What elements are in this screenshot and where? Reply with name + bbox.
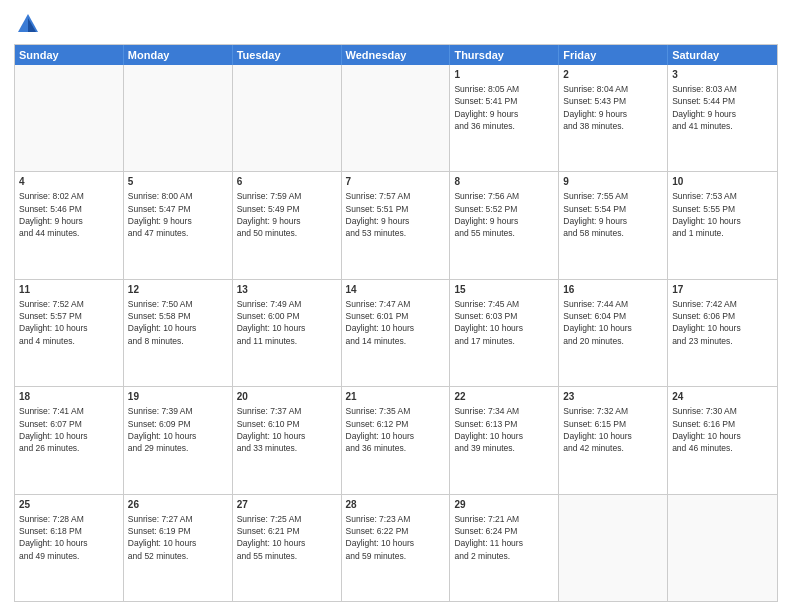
day-cell-17: 17Sunrise: 7:42 AM Sunset: 6:06 PM Dayli… (668, 280, 777, 386)
calendar-body: 1Sunrise: 8:05 AM Sunset: 5:41 PM Daylig… (15, 65, 777, 601)
calendar-header: SundayMondayTuesdayWednesdayThursdayFrid… (15, 45, 777, 65)
day-cell-1: 1Sunrise: 8:05 AM Sunset: 5:41 PM Daylig… (450, 65, 559, 171)
day-info: Sunrise: 7:42 AM Sunset: 6:06 PM Dayligh… (672, 298, 773, 347)
day-number: 22 (454, 390, 554, 404)
day-cell-12: 12Sunrise: 7:50 AM Sunset: 5:58 PM Dayli… (124, 280, 233, 386)
weekday-header-monday: Monday (124, 45, 233, 65)
day-info: Sunrise: 8:02 AM Sunset: 5:46 PM Dayligh… (19, 190, 119, 239)
day-info: Sunrise: 7:41 AM Sunset: 6:07 PM Dayligh… (19, 405, 119, 454)
calendar-row-4: 18Sunrise: 7:41 AM Sunset: 6:07 PM Dayli… (15, 386, 777, 493)
day-info: Sunrise: 7:44 AM Sunset: 6:04 PM Dayligh… (563, 298, 663, 347)
day-cell-3: 3Sunrise: 8:03 AM Sunset: 5:44 PM Daylig… (668, 65, 777, 171)
day-info: Sunrise: 8:03 AM Sunset: 5:44 PM Dayligh… (672, 83, 773, 132)
day-info: Sunrise: 7:34 AM Sunset: 6:13 PM Dayligh… (454, 405, 554, 454)
day-number: 10 (672, 175, 773, 189)
day-info: Sunrise: 7:49 AM Sunset: 6:00 PM Dayligh… (237, 298, 337, 347)
day-cell-20: 20Sunrise: 7:37 AM Sunset: 6:10 PM Dayli… (233, 387, 342, 493)
empty-cell-r0c1 (124, 65, 233, 171)
day-cell-24: 24Sunrise: 7:30 AM Sunset: 6:16 PM Dayli… (668, 387, 777, 493)
day-cell-9: 9Sunrise: 7:55 AM Sunset: 5:54 PM Daylig… (559, 172, 668, 278)
day-cell-25: 25Sunrise: 7:28 AM Sunset: 6:18 PM Dayli… (15, 495, 124, 601)
day-number: 1 (454, 68, 554, 82)
empty-cell-r4c5 (559, 495, 668, 601)
day-info: Sunrise: 7:59 AM Sunset: 5:49 PM Dayligh… (237, 190, 337, 239)
day-info: Sunrise: 7:39 AM Sunset: 6:09 PM Dayligh… (128, 405, 228, 454)
day-number: 4 (19, 175, 119, 189)
day-number: 26 (128, 498, 228, 512)
day-number: 11 (19, 283, 119, 297)
day-info: Sunrise: 7:50 AM Sunset: 5:58 PM Dayligh… (128, 298, 228, 347)
day-cell-6: 6Sunrise: 7:59 AM Sunset: 5:49 PM Daylig… (233, 172, 342, 278)
day-cell-21: 21Sunrise: 7:35 AM Sunset: 6:12 PM Dayli… (342, 387, 451, 493)
day-cell-14: 14Sunrise: 7:47 AM Sunset: 6:01 PM Dayli… (342, 280, 451, 386)
day-cell-18: 18Sunrise: 7:41 AM Sunset: 6:07 PM Dayli… (15, 387, 124, 493)
day-cell-13: 13Sunrise: 7:49 AM Sunset: 6:00 PM Dayli… (233, 280, 342, 386)
empty-cell-r4c6 (668, 495, 777, 601)
empty-cell-r0c3 (342, 65, 451, 171)
page: SundayMondayTuesdayWednesdayThursdayFrid… (0, 0, 792, 612)
day-cell-5: 5Sunrise: 8:00 AM Sunset: 5:47 PM Daylig… (124, 172, 233, 278)
day-info: Sunrise: 7:25 AM Sunset: 6:21 PM Dayligh… (237, 513, 337, 562)
day-info: Sunrise: 7:57 AM Sunset: 5:51 PM Dayligh… (346, 190, 446, 239)
day-info: Sunrise: 7:56 AM Sunset: 5:52 PM Dayligh… (454, 190, 554, 239)
logo-icon (14, 10, 42, 38)
day-info: Sunrise: 8:04 AM Sunset: 5:43 PM Dayligh… (563, 83, 663, 132)
day-number: 2 (563, 68, 663, 82)
weekday-header-saturday: Saturday (668, 45, 777, 65)
day-info: Sunrise: 7:35 AM Sunset: 6:12 PM Dayligh… (346, 405, 446, 454)
day-info: Sunrise: 7:45 AM Sunset: 6:03 PM Dayligh… (454, 298, 554, 347)
day-info: Sunrise: 7:27 AM Sunset: 6:19 PM Dayligh… (128, 513, 228, 562)
weekday-header-tuesday: Tuesday (233, 45, 342, 65)
day-cell-8: 8Sunrise: 7:56 AM Sunset: 5:52 PM Daylig… (450, 172, 559, 278)
day-number: 17 (672, 283, 773, 297)
day-cell-26: 26Sunrise: 7:27 AM Sunset: 6:19 PM Dayli… (124, 495, 233, 601)
day-cell-27: 27Sunrise: 7:25 AM Sunset: 6:21 PM Dayli… (233, 495, 342, 601)
day-number: 12 (128, 283, 228, 297)
day-cell-10: 10Sunrise: 7:53 AM Sunset: 5:55 PM Dayli… (668, 172, 777, 278)
weekday-header-sunday: Sunday (15, 45, 124, 65)
day-number: 25 (19, 498, 119, 512)
day-info: Sunrise: 7:21 AM Sunset: 6:24 PM Dayligh… (454, 513, 554, 562)
weekday-header-wednesday: Wednesday (342, 45, 451, 65)
day-cell-2: 2Sunrise: 8:04 AM Sunset: 5:43 PM Daylig… (559, 65, 668, 171)
day-cell-22: 22Sunrise: 7:34 AM Sunset: 6:13 PM Dayli… (450, 387, 559, 493)
day-cell-16: 16Sunrise: 7:44 AM Sunset: 6:04 PM Dayli… (559, 280, 668, 386)
day-cell-19: 19Sunrise: 7:39 AM Sunset: 6:09 PM Dayli… (124, 387, 233, 493)
calendar-row-5: 25Sunrise: 7:28 AM Sunset: 6:18 PM Dayli… (15, 494, 777, 601)
calendar: SundayMondayTuesdayWednesdayThursdayFrid… (14, 44, 778, 602)
day-number: 18 (19, 390, 119, 404)
day-info: Sunrise: 7:28 AM Sunset: 6:18 PM Dayligh… (19, 513, 119, 562)
day-number: 14 (346, 283, 446, 297)
day-info: Sunrise: 7:32 AM Sunset: 6:15 PM Dayligh… (563, 405, 663, 454)
day-info: Sunrise: 8:05 AM Sunset: 5:41 PM Dayligh… (454, 83, 554, 132)
empty-cell-r0c2 (233, 65, 342, 171)
day-number: 28 (346, 498, 446, 512)
calendar-row-3: 11Sunrise: 7:52 AM Sunset: 5:57 PM Dayli… (15, 279, 777, 386)
day-info: Sunrise: 7:47 AM Sunset: 6:01 PM Dayligh… (346, 298, 446, 347)
header (14, 10, 778, 38)
day-number: 5 (128, 175, 228, 189)
day-info: Sunrise: 7:30 AM Sunset: 6:16 PM Dayligh… (672, 405, 773, 454)
day-number: 3 (672, 68, 773, 82)
day-cell-11: 11Sunrise: 7:52 AM Sunset: 5:57 PM Dayli… (15, 280, 124, 386)
day-number: 15 (454, 283, 554, 297)
day-cell-4: 4Sunrise: 8:02 AM Sunset: 5:46 PM Daylig… (15, 172, 124, 278)
day-info: Sunrise: 7:37 AM Sunset: 6:10 PM Dayligh… (237, 405, 337, 454)
empty-cell-r0c0 (15, 65, 124, 171)
day-info: Sunrise: 7:23 AM Sunset: 6:22 PM Dayligh… (346, 513, 446, 562)
calendar-row-1: 1Sunrise: 8:05 AM Sunset: 5:41 PM Daylig… (15, 65, 777, 171)
day-info: Sunrise: 7:52 AM Sunset: 5:57 PM Dayligh… (19, 298, 119, 347)
day-cell-15: 15Sunrise: 7:45 AM Sunset: 6:03 PM Dayli… (450, 280, 559, 386)
day-number: 9 (563, 175, 663, 189)
day-number: 7 (346, 175, 446, 189)
day-cell-23: 23Sunrise: 7:32 AM Sunset: 6:15 PM Dayli… (559, 387, 668, 493)
day-cell-7: 7Sunrise: 7:57 AM Sunset: 5:51 PM Daylig… (342, 172, 451, 278)
weekday-header-friday: Friday (559, 45, 668, 65)
day-number: 29 (454, 498, 554, 512)
weekday-header-thursday: Thursday (450, 45, 559, 65)
day-info: Sunrise: 7:55 AM Sunset: 5:54 PM Dayligh… (563, 190, 663, 239)
day-number: 20 (237, 390, 337, 404)
day-number: 16 (563, 283, 663, 297)
day-info: Sunrise: 7:53 AM Sunset: 5:55 PM Dayligh… (672, 190, 773, 239)
calendar-row-2: 4Sunrise: 8:02 AM Sunset: 5:46 PM Daylig… (15, 171, 777, 278)
